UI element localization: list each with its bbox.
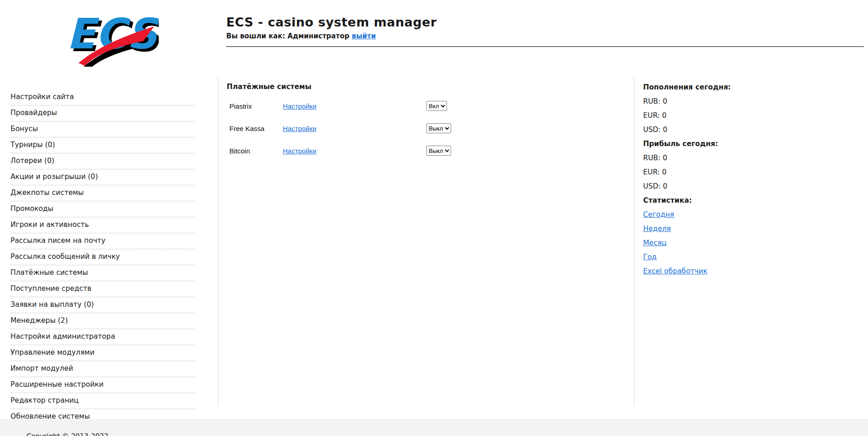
sidebar-item-promotions[interactable]: Акции и розыгрыши (0) [10,169,195,185]
sidebar-item-incoming-funds[interactable]: Поступление средств [10,281,195,297]
ecs-logo[interactable]: ECS ECS [63,6,159,67]
stats-link-month[interactable]: Месяц [643,238,666,247]
payment-state-select[interactable]: Выкл [426,146,451,156]
payment-state-select[interactable]: Выкл [426,123,451,133]
sidebar-item-admin-settings[interactable]: Настройки администратора [10,329,195,345]
copyright-text: Copyright © 2013-2022 [26,432,109,436]
ecs-logo-graphic: ECS ECS [63,6,159,67]
sidebar-item-site-settings[interactable]: Настройки сайта [10,89,195,105]
payment-settings-link[interactable]: Настройки [283,147,426,155]
sidebar-item-pm-mailing[interactable]: Рассылка сообщений в личку [10,249,195,265]
stats-link-year[interactable]: Год [643,252,657,262]
footer: Copyright © 2013-2022 [0,419,868,436]
header: ECS - casino system manager Вы вошли как… [226,15,437,40]
deposits-today-header: Пополнения сегодня: [643,83,775,92]
sidebar-item-page-editor[interactable]: Редактор страниц [10,393,195,409]
payment-name: Free Kassa [229,125,283,132]
stats-panel: Пополнения сегодня: RUB: 0 EUR: 0 USD: 0… [643,83,775,281]
sidebar-item-lotteries[interactable]: Лотереи (0) [10,153,195,169]
profit-usd: USD: 0 [643,182,775,191]
sidebar-item-module-import[interactable]: Импорт модулей [10,361,195,377]
sidebar-item-email-mailing[interactable]: Рассылка писем на почту [10,233,195,249]
profit-today-header: Прибыль сегодня: [643,139,775,148]
logout-link[interactable]: выйти [352,32,376,40]
payment-name: Piastrix [229,102,283,110]
deposits-rub: RUB: 0 [643,97,775,106]
sidebar-item-jackpots[interactable]: Джекпоты системы [10,185,195,201]
sidebar-item-advanced[interactable]: Расширенные настройки [10,377,195,393]
payment-row-bitcoin: Bitcoin Настройки Выкл [229,145,451,157]
payment-row-piastrix: Piastrix Настройки Вкл [229,100,447,112]
payment-systems-heading: Платёжные системы [227,83,619,91]
page-title: ECS - casino system manager [226,15,437,29]
login-prefix: Вы вошли как: Администратор [226,32,349,40]
deposits-usd: USD: 0 [643,125,775,134]
admin-page: ECS ECS ECS - casino system manager Вы в… [0,0,868,436]
sidebar-item-providers[interactable]: Провайдеры [10,105,195,121]
login-status: Вы вошли как: Администратор выйти [226,32,437,40]
main-stats-divider [634,78,634,405]
sidebar-main-divider [218,78,218,405]
stats-link-today[interactable]: Сегодня [643,210,674,219]
stats-link-week[interactable]: Неделя [643,224,671,233]
sidebar-item-tournaments[interactable]: Турниры (0) [10,137,195,153]
sidebar-item-players[interactable]: Игроки и активность [10,217,195,233]
deposits-eur: EUR: 0 [643,111,775,120]
payment-name: Bitcoin [229,147,283,155]
payment-state-select[interactable]: Вкл [426,101,447,111]
sidebar-item-managers[interactable]: Менеджеры (2) [10,313,195,329]
sidebar-item-promocodes[interactable]: Промокоды [10,201,195,217]
payment-settings-link[interactable]: Настройки [283,125,426,132]
profit-eur: EUR: 0 [643,168,775,177]
payment-systems-panel: Платёжные системы Piastrix Настройки Вкл… [227,83,619,357]
sidebar-item-module-mgmt[interactable]: Управление модулями [10,345,195,361]
statistics-header: Статистика: [643,196,775,205]
sidebar-item-bonuses[interactable]: Бонусы [10,121,195,137]
profit-rub: RUB: 0 [643,153,775,163]
sidebar-item-payout-requests[interactable]: Заявки на выплату (0) [10,297,195,313]
payment-settings-link[interactable]: Настройки [283,102,426,110]
sidebar-item-payment-systems[interactable]: Платёжные системы [10,265,195,281]
stats-link-excel[interactable]: Excel обработчик [643,267,707,276]
sidebar: Настройки сайта Провайдеры Бонусы Турнир… [10,89,195,425]
header-divider [226,46,864,47]
payment-row-freekassa: Free Kassa Настройки Выкл [229,122,451,134]
